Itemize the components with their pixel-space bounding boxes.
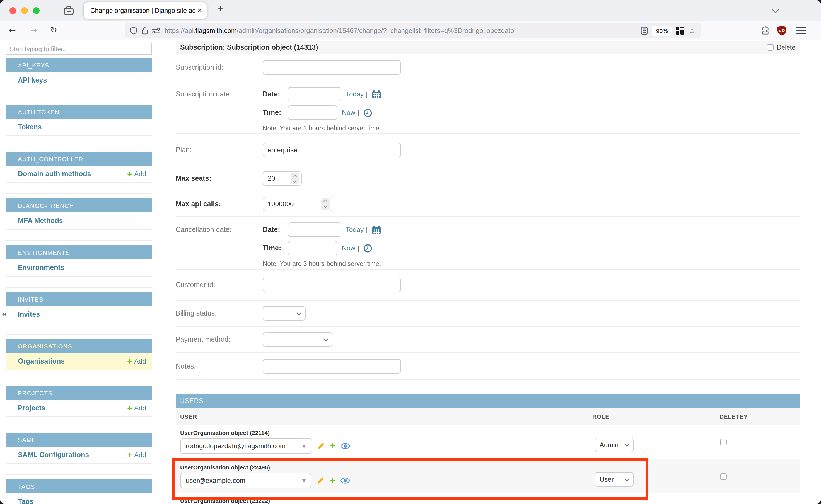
- clock-icon[interactable]: [364, 244, 372, 252]
- payment-method-select[interactable]: ---------: [263, 332, 332, 347]
- payment-method-value: ---------: [268, 336, 288, 343]
- pipe-separator: |: [366, 226, 367, 234]
- view-eye-icon[interactable]: [340, 477, 350, 484]
- user-row-controls: user@example.com ▼ +: [180, 473, 796, 488]
- ublock-letters: uO: [779, 28, 785, 33]
- tab-close-icon[interactable]: ✕: [197, 7, 202, 14]
- calendar-icon[interactable]: [372, 226, 381, 234]
- close-window-button[interactable]: [9, 7, 16, 14]
- add-related-plus-icon[interactable]: +: [329, 477, 335, 484]
- plus-icon: +: [127, 405, 132, 411]
- url-text[interactable]: https://api.flagsmith.com/admin/organisa…: [164, 26, 637, 34]
- plus-icon: +: [127, 452, 132, 458]
- delete-row-checkbox[interactable]: [720, 439, 727, 445]
- max-api-calls-stepper[interactable]: 1000000: [263, 197, 332, 211]
- role-select[interactable]: User: [595, 472, 634, 487]
- form-row-subscription-date: Subscription date: Date: Today | Time: N…: [176, 81, 800, 134]
- sidebar-section-environments: ENVIRONMENTS Environments: [6, 245, 152, 288]
- clock-icon[interactable]: [364, 108, 372, 117]
- chevron-down-icon: [625, 476, 629, 481]
- sidebar-item-tags[interactable]: Tags: [6, 493, 152, 504]
- role-select[interactable]: Admin: [595, 438, 634, 452]
- zoom-window-button[interactable]: [33, 7, 40, 14]
- new-tab-button[interactable]: +: [217, 3, 223, 15]
- sidebar-item-saml-configurations[interactable]: SAML Configurations +Add: [6, 447, 152, 464]
- url-bar[interactable]: https://api.flagsmith.com/admin/organisa…: [125, 23, 701, 38]
- edit-pencil-icon[interactable]: [316, 442, 324, 450]
- edit-pencil-icon[interactable]: [316, 476, 324, 485]
- user-select[interactable]: rodrigo.lopezdato@flagsmith.com ▼: [180, 438, 311, 454]
- bookmark-star-icon[interactable]: ☆: [689, 26, 696, 35]
- admin-sidebar: API_KEYS API keys AUTH TOKEN Tokens AUTH…: [6, 43, 152, 504]
- user-select[interactable]: user@example.com ▼: [180, 473, 311, 488]
- role-value: User: [600, 476, 614, 483]
- cancellation-time-input[interactable]: [288, 241, 337, 255]
- plan-input[interactable]: [263, 142, 401, 157]
- form-row-billing-status: Billing status: ---------: [176, 301, 800, 327]
- now-link[interactable]: Now: [342, 109, 355, 117]
- ublock-origin-icon[interactable]: uO: [778, 26, 786, 35]
- max-seats-stepper[interactable]: 20: [263, 171, 302, 186]
- add-link[interactable]: +Add: [127, 357, 146, 365]
- extensions-puzzle-icon[interactable]: [761, 26, 769, 35]
- time-line: Time: Now |: [263, 241, 381, 255]
- calendar-icon[interactable]: [372, 90, 381, 98]
- sidebar-item-api-keys[interactable]: API keys: [6, 72, 152, 89]
- reload-button[interactable]: ↻: [50, 25, 57, 35]
- sidebar-filter-input[interactable]: [6, 43, 152, 55]
- window-controls: [9, 7, 40, 14]
- subscription-id-input[interactable]: [263, 60, 401, 75]
- delete-row-checkbox[interactable]: [720, 473, 727, 480]
- sidebar-section-projects: PROJECTS Projects +Add: [6, 386, 152, 428]
- now-link[interactable]: Now: [342, 244, 355, 252]
- notes-input[interactable]: [263, 359, 401, 373]
- minimize-window-button[interactable]: [21, 7, 28, 14]
- add-link[interactable]: +Add: [127, 451, 146, 459]
- tab-separator: [80, 5, 80, 16]
- reader-mode-icon[interactable]: [641, 26, 648, 34]
- subscription-time-input[interactable]: [288, 105, 337, 120]
- sidebar-item-projects[interactable]: Projects +Add: [6, 400, 152, 417]
- zoom-level-button[interactable]: 90%: [652, 25, 672, 35]
- billing-status-select[interactable]: ---------: [263, 306, 306, 321]
- tab-list-chevron-down-icon[interactable]: [772, 6, 779, 13]
- number-spinner-icon[interactable]: [321, 198, 329, 209]
- today-link[interactable]: Today: [346, 226, 364, 234]
- active-tab[interactable]: Change organisation | Django site ad ✕: [84, 2, 207, 19]
- tracking-shield-icon[interactable]: [130, 26, 137, 34]
- sidebar-item-mfa-methods[interactable]: MFA Methods: [6, 212, 152, 230]
- section-header: SAML: [6, 433, 152, 447]
- sidebar-empty-row: [6, 183, 152, 194]
- sidebar-item-tokens[interactable]: Tokens: [6, 119, 152, 136]
- sidebar-item-environments[interactable]: Environments: [6, 259, 152, 277]
- section-header: AUTH TOKEN: [6, 105, 152, 119]
- screenshot-viewport: Change organisation | Django site ad ✕ +…: [0, 0, 821, 504]
- view-eye-icon[interactable]: [340, 443, 350, 449]
- add-link[interactable]: +Add: [127, 404, 146, 412]
- sidebar-section-auth-controller: AUTH_CONTROLLER Domain auth methods +Add: [6, 152, 152, 194]
- today-link[interactable]: Today: [346, 90, 364, 98]
- number-spinner-icon[interactable]: [290, 173, 299, 184]
- subscription-date-label: Subscription date:: [176, 90, 263, 98]
- customer-id-input[interactable]: [263, 278, 401, 292]
- firefox-view-icon[interactable]: [64, 6, 75, 16]
- firefox-view-icon-dash: [67, 11, 71, 12]
- sidebar-empty-row: [6, 370, 152, 381]
- sidebar-item-organisations[interactable]: Organisations +Add: [6, 353, 152, 370]
- delete-checkbox[interactable]: [767, 44, 774, 51]
- menu-hamburger-icon[interactable]: [796, 27, 806, 36]
- sidebar-item-domain-auth-methods[interactable]: Domain auth methods +Add: [6, 166, 152, 183]
- forward-button[interactable]: →: [30, 25, 37, 35]
- sidebar-item-invites[interactable]: Invites: [6, 306, 152, 323]
- back-button[interactable]: ←: [9, 25, 16, 35]
- dropdown-arrow-icon: ▼: [302, 444, 306, 449]
- permissions-icon[interactable]: [152, 28, 160, 33]
- lock-icon[interactable]: [142, 26, 148, 34]
- cancellation-date-input[interactable]: [288, 222, 341, 237]
- delete-control: Delete: [767, 44, 796, 51]
- add-link[interactable]: +Add: [127, 170, 146, 178]
- chevron-down-icon: [323, 336, 328, 341]
- screenshot-tiles-icon[interactable]: [676, 26, 684, 34]
- add-related-plus-icon[interactable]: +: [329, 442, 335, 450]
- subscription-date-input[interactable]: [288, 87, 341, 101]
